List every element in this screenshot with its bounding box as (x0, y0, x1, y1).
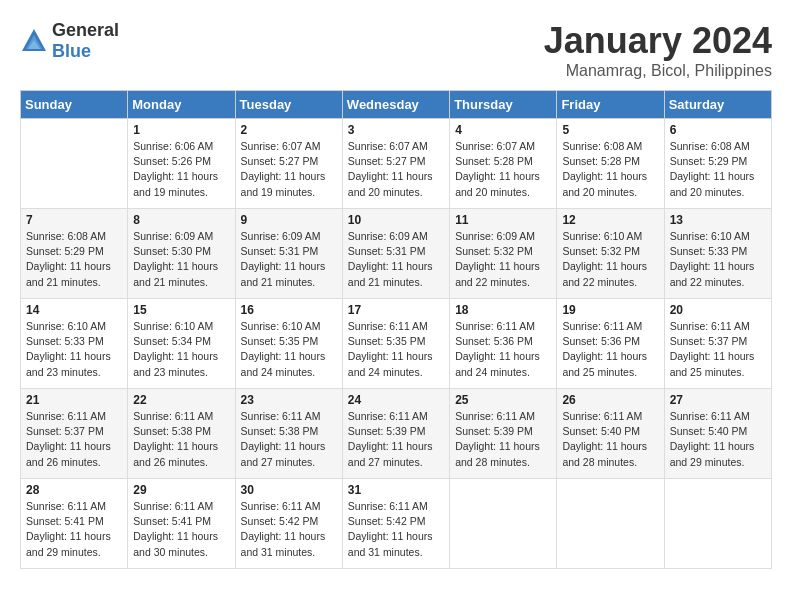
calendar-cell: 10Sunrise: 6:09 AMSunset: 5:31 PMDayligh… (342, 209, 449, 299)
calendar-cell: 2Sunrise: 6:07 AMSunset: 5:27 PMDaylight… (235, 119, 342, 209)
calendar-cell: 24Sunrise: 6:11 AMSunset: 5:39 PMDayligh… (342, 389, 449, 479)
calendar-cell: 12Sunrise: 6:10 AMSunset: 5:32 PMDayligh… (557, 209, 664, 299)
logo-icon (20, 27, 48, 55)
day-info: Sunrise: 6:09 AMSunset: 5:32 PMDaylight:… (455, 229, 551, 290)
day-number: 7 (26, 213, 122, 227)
day-number: 16 (241, 303, 337, 317)
calendar-cell: 4Sunrise: 6:07 AMSunset: 5:28 PMDaylight… (450, 119, 557, 209)
calendar-cell: 16Sunrise: 6:10 AMSunset: 5:35 PMDayligh… (235, 299, 342, 389)
calendar-cell: 15Sunrise: 6:10 AMSunset: 5:34 PMDayligh… (128, 299, 235, 389)
calendar-header-cell: Sunday (21, 91, 128, 119)
calendar-cell: 6Sunrise: 6:08 AMSunset: 5:29 PMDaylight… (664, 119, 771, 209)
calendar-week-row: 28Sunrise: 6:11 AMSunset: 5:41 PMDayligh… (21, 479, 772, 569)
day-info: Sunrise: 6:09 AMSunset: 5:31 PMDaylight:… (241, 229, 337, 290)
day-info: Sunrise: 6:11 AMSunset: 5:38 PMDaylight:… (133, 409, 229, 470)
calendar-cell: 18Sunrise: 6:11 AMSunset: 5:36 PMDayligh… (450, 299, 557, 389)
calendar-cell: 7Sunrise: 6:08 AMSunset: 5:29 PMDaylight… (21, 209, 128, 299)
header: General Blue January 2024 Manamrag, Bico… (20, 20, 772, 80)
calendar-cell: 25Sunrise: 6:11 AMSunset: 5:39 PMDayligh… (450, 389, 557, 479)
calendar-cell: 11Sunrise: 6:09 AMSunset: 5:32 PMDayligh… (450, 209, 557, 299)
calendar-cell: 14Sunrise: 6:10 AMSunset: 5:33 PMDayligh… (21, 299, 128, 389)
day-number: 9 (241, 213, 337, 227)
day-info: Sunrise: 6:11 AMSunset: 5:39 PMDaylight:… (455, 409, 551, 470)
calendar-cell: 26Sunrise: 6:11 AMSunset: 5:40 PMDayligh… (557, 389, 664, 479)
day-info: Sunrise: 6:10 AMSunset: 5:35 PMDaylight:… (241, 319, 337, 380)
calendar-cell: 28Sunrise: 6:11 AMSunset: 5:41 PMDayligh… (21, 479, 128, 569)
calendar-cell (557, 479, 664, 569)
calendar-cell: 22Sunrise: 6:11 AMSunset: 5:38 PMDayligh… (128, 389, 235, 479)
day-number: 28 (26, 483, 122, 497)
calendar-cell: 19Sunrise: 6:11 AMSunset: 5:36 PMDayligh… (557, 299, 664, 389)
day-number: 15 (133, 303, 229, 317)
calendar-cell: 21Sunrise: 6:11 AMSunset: 5:37 PMDayligh… (21, 389, 128, 479)
title-section: January 2024 Manamrag, Bicol, Philippine… (544, 20, 772, 80)
calendar-cell: 23Sunrise: 6:11 AMSunset: 5:38 PMDayligh… (235, 389, 342, 479)
calendar-header-cell: Saturday (664, 91, 771, 119)
day-info: Sunrise: 6:11 AMSunset: 5:36 PMDaylight:… (562, 319, 658, 380)
day-info: Sunrise: 6:11 AMSunset: 5:37 PMDaylight:… (670, 319, 766, 380)
day-info: Sunrise: 6:10 AMSunset: 5:32 PMDaylight:… (562, 229, 658, 290)
calendar-cell: 9Sunrise: 6:09 AMSunset: 5:31 PMDaylight… (235, 209, 342, 299)
day-info: Sunrise: 6:11 AMSunset: 5:37 PMDaylight:… (26, 409, 122, 470)
day-number: 8 (133, 213, 229, 227)
day-number: 20 (670, 303, 766, 317)
calendar-cell: 27Sunrise: 6:11 AMSunset: 5:40 PMDayligh… (664, 389, 771, 479)
day-number: 19 (562, 303, 658, 317)
day-number: 21 (26, 393, 122, 407)
location-title: Manamrag, Bicol, Philippines (544, 62, 772, 80)
calendar-cell: 13Sunrise: 6:10 AMSunset: 5:33 PMDayligh… (664, 209, 771, 299)
day-number: 6 (670, 123, 766, 137)
day-number: 25 (455, 393, 551, 407)
day-info: Sunrise: 6:07 AMSunset: 5:28 PMDaylight:… (455, 139, 551, 200)
day-number: 24 (348, 393, 444, 407)
day-info: Sunrise: 6:11 AMSunset: 5:42 PMDaylight:… (241, 499, 337, 560)
day-info: Sunrise: 6:08 AMSunset: 5:29 PMDaylight:… (26, 229, 122, 290)
day-info: Sunrise: 6:10 AMSunset: 5:33 PMDaylight:… (670, 229, 766, 290)
day-number: 29 (133, 483, 229, 497)
day-info: Sunrise: 6:09 AMSunset: 5:31 PMDaylight:… (348, 229, 444, 290)
calendar-header-cell: Tuesday (235, 91, 342, 119)
calendar-cell: 5Sunrise: 6:08 AMSunset: 5:28 PMDaylight… (557, 119, 664, 209)
day-number: 3 (348, 123, 444, 137)
calendar-cell: 29Sunrise: 6:11 AMSunset: 5:41 PMDayligh… (128, 479, 235, 569)
day-info: Sunrise: 6:11 AMSunset: 5:41 PMDaylight:… (26, 499, 122, 560)
calendar-cell: 3Sunrise: 6:07 AMSunset: 5:27 PMDaylight… (342, 119, 449, 209)
month-title: January 2024 (544, 20, 772, 62)
calendar-week-row: 21Sunrise: 6:11 AMSunset: 5:37 PMDayligh… (21, 389, 772, 479)
calendar-body: 1Sunrise: 6:06 AMSunset: 5:26 PMDaylight… (21, 119, 772, 569)
day-number: 11 (455, 213, 551, 227)
day-info: Sunrise: 6:06 AMSunset: 5:26 PMDaylight:… (133, 139, 229, 200)
calendar-cell: 30Sunrise: 6:11 AMSunset: 5:42 PMDayligh… (235, 479, 342, 569)
calendar-cell (21, 119, 128, 209)
calendar-table: SundayMondayTuesdayWednesdayThursdayFrid… (20, 90, 772, 569)
day-number: 1 (133, 123, 229, 137)
calendar-header-cell: Wednesday (342, 91, 449, 119)
day-number: 18 (455, 303, 551, 317)
calendar-cell: 20Sunrise: 6:11 AMSunset: 5:37 PMDayligh… (664, 299, 771, 389)
calendar-cell (664, 479, 771, 569)
day-number: 4 (455, 123, 551, 137)
calendar-cell: 31Sunrise: 6:11 AMSunset: 5:42 PMDayligh… (342, 479, 449, 569)
calendar-header-cell: Friday (557, 91, 664, 119)
day-number: 5 (562, 123, 658, 137)
day-info: Sunrise: 6:10 AMSunset: 5:33 PMDaylight:… (26, 319, 122, 380)
day-number: 17 (348, 303, 444, 317)
day-info: Sunrise: 6:07 AMSunset: 5:27 PMDaylight:… (241, 139, 337, 200)
calendar-header-cell: Monday (128, 91, 235, 119)
day-info: Sunrise: 6:09 AMSunset: 5:30 PMDaylight:… (133, 229, 229, 290)
calendar-cell (450, 479, 557, 569)
day-number: 26 (562, 393, 658, 407)
calendar-cell: 17Sunrise: 6:11 AMSunset: 5:35 PMDayligh… (342, 299, 449, 389)
calendar-header-cell: Thursday (450, 91, 557, 119)
day-info: Sunrise: 6:07 AMSunset: 5:27 PMDaylight:… (348, 139, 444, 200)
day-info: Sunrise: 6:11 AMSunset: 5:38 PMDaylight:… (241, 409, 337, 470)
day-info: Sunrise: 6:11 AMSunset: 5:41 PMDaylight:… (133, 499, 229, 560)
day-number: 22 (133, 393, 229, 407)
calendar-week-row: 14Sunrise: 6:10 AMSunset: 5:33 PMDayligh… (21, 299, 772, 389)
calendar-week-row: 7Sunrise: 6:08 AMSunset: 5:29 PMDaylight… (21, 209, 772, 299)
day-number: 30 (241, 483, 337, 497)
day-info: Sunrise: 6:11 AMSunset: 5:42 PMDaylight:… (348, 499, 444, 560)
day-info: Sunrise: 6:10 AMSunset: 5:34 PMDaylight:… (133, 319, 229, 380)
day-number: 27 (670, 393, 766, 407)
calendar-header-row: SundayMondayTuesdayWednesdayThursdayFrid… (21, 91, 772, 119)
